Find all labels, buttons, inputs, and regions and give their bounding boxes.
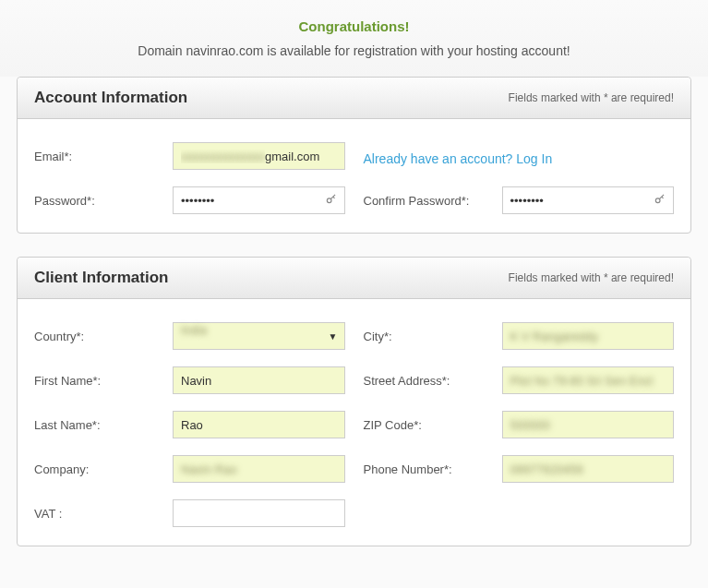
required-note: Fields marked with * are required! [509,91,674,104]
email-blurred-part: xxxxxxxxxxxxxx [181,150,265,163]
email-field[interactable]: xxxxxxxxxxxxxx gmail.com [173,142,345,170]
account-panel-title: Account Information [34,89,187,107]
city-field[interactable]: K V Rangareddy [502,322,675,350]
phone-number-field[interactable]: 08977620456 [502,455,675,483]
client-panel-header: Client Information Fields marked with * … [18,258,690,299]
client-information-panel: Client Information Fields marked with * … [17,257,691,546]
phone-label: Phone Number*: [364,462,502,476]
password-label: Password*: [34,194,173,208]
first-name-label: First Name*: [34,374,173,388]
vat-field[interactable] [173,499,345,527]
confirm-password-field[interactable] [502,186,675,214]
account-panel-body: Email*: xxxxxxxxxxxxxx gmail.com Passwor… [18,119,690,233]
client-panel-body: Country*: India ▼ First Name*: Last Name… [18,299,690,546]
city-label: City*: [364,330,502,343]
street-label: Street Address*: [364,374,502,388]
login-link[interactable]: Already have an account? Log In [364,147,553,166]
last-name-label: Last Name*: [34,418,173,432]
client-panel-title: Client Information [34,269,168,287]
email-label: Email*: [34,150,173,163]
availability-subtitle: Domain navinrao.com is available for reg… [0,43,708,58]
email-visible-part: gmail.com [265,150,319,163]
confirm-password-label: Confirm Password*: [364,194,502,208]
account-panel-header: Account Information Fields marked with *… [18,78,690,119]
zip-label: ZIP Code*: [364,418,502,432]
last-name-field[interactable] [173,411,345,438]
company-field[interactable]: Navin Rao [173,455,345,483]
first-name-field[interactable] [173,366,345,394]
country-label: Country*: [34,330,173,343]
password-field[interactable] [173,186,345,214]
street-address-field[interactable]: Plot No 79-80 Sri Sen Encl [502,366,675,394]
country-select[interactable]: India [173,322,345,350]
zip-code-field[interactable]: 500000 [502,411,675,438]
account-information-panel: Account Information Fields marked with *… [17,77,691,234]
vat-label: VAT : [34,507,173,521]
congrats-title: Congratulations! [0,18,708,34]
header-area: Congratulations! Domain navinrao.com is … [0,0,708,77]
required-note: Fields marked with * are required! [509,271,674,284]
company-label: Company: [34,462,173,476]
